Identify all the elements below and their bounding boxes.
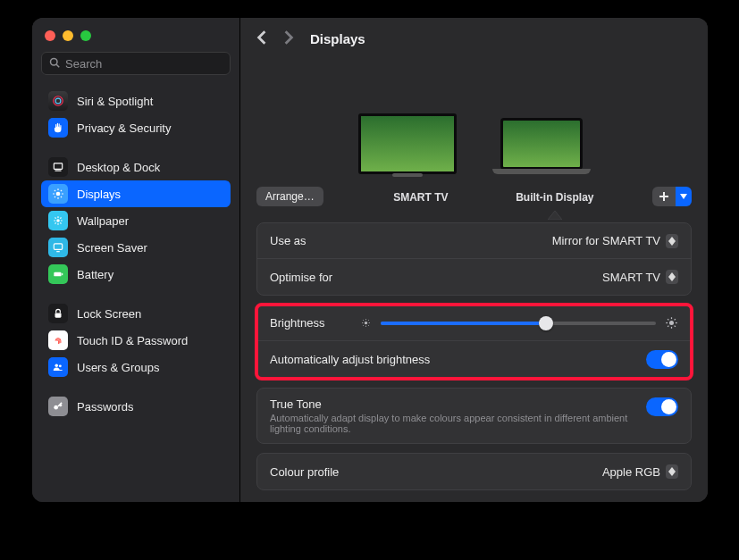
display-builtin[interactable] bbox=[492, 118, 591, 174]
svg-line-32 bbox=[368, 325, 369, 326]
lock-icon bbox=[48, 304, 68, 323]
sidebar-item-label: Screen Saver bbox=[77, 241, 147, 255]
row-use-as: Use as Mirror for SMART TV bbox=[257, 223, 691, 259]
optimise-value: SMART TV bbox=[602, 271, 660, 284]
brightness-low-icon bbox=[360, 317, 372, 329]
svg-point-21 bbox=[55, 364, 59, 368]
monitor-icon bbox=[358, 113, 457, 174]
settings-panel-colour-profile: Colour profile Apple RGB bbox=[256, 453, 692, 490]
colour-profile-value: Apple RGB bbox=[602, 465, 660, 479]
sidebar-item-touch-id-password[interactable]: Touch ID & Password bbox=[41, 327, 231, 354]
svg-line-41 bbox=[675, 326, 676, 327]
sidebar-item-users-groups[interactable]: Users & Groups bbox=[41, 354, 231, 380]
close-window-button[interactable] bbox=[45, 30, 55, 41]
auto-brightness-label: Automatically adjust brightness bbox=[270, 353, 430, 366]
sidebar: Siri & Spotlight Privacy & Security Desk… bbox=[32, 18, 240, 502]
back-button[interactable] bbox=[256, 29, 267, 48]
svg-line-40 bbox=[668, 320, 668, 321]
use-as-select[interactable]: Mirror for SMART TV bbox=[552, 234, 678, 248]
sidebar-item-label: Desktop & Dock bbox=[77, 161, 160, 174]
sidebar-item-siri-spotlight[interactable]: Siri & Spotlight bbox=[41, 88, 231, 114]
battery-icon bbox=[48, 264, 68, 284]
sidebar-item-desktop-dock[interactable]: Desktop & Dock bbox=[41, 154, 231, 180]
add-display-button[interactable] bbox=[652, 187, 676, 206]
zoom-window-button[interactable] bbox=[80, 30, 91, 41]
chevron-updown-icon bbox=[666, 234, 678, 248]
sidebar-list: Siri & Spotlight Privacy & Security Desk… bbox=[41, 88, 231, 502]
display-smart-tv[interactable] bbox=[358, 113, 457, 174]
svg-rect-19 bbox=[62, 273, 63, 275]
display-caption-builtin: Built-in Display bbox=[516, 191, 593, 204]
svg-line-11 bbox=[55, 190, 55, 191]
fingerprint-icon bbox=[48, 330, 68, 350]
truetone-label: True Tone bbox=[270, 397, 645, 411]
svg-line-33 bbox=[364, 325, 365, 326]
sidebar-item-screen-saver[interactable]: Screen Saver bbox=[41, 234, 231, 261]
brightness-slider[interactable] bbox=[381, 322, 656, 325]
use-as-label: Use as bbox=[270, 234, 306, 247]
display-caption-tv: SMART TV bbox=[393, 191, 448, 204]
minimize-window-button[interactable] bbox=[63, 30, 73, 41]
search-input[interactable] bbox=[65, 57, 223, 71]
optimise-label: Optimise for bbox=[270, 271, 332, 284]
svg-rect-18 bbox=[54, 272, 61, 277]
sidebar-item-label: Privacy & Security bbox=[77, 121, 171, 135]
svg-line-14 bbox=[61, 190, 62, 191]
sidebar-item-label: Battery bbox=[77, 268, 113, 281]
arrange-button[interactable]: Arrange… bbox=[256, 187, 323, 206]
sidebar-item-battery[interactable]: Battery bbox=[41, 261, 231, 288]
svg-line-13 bbox=[55, 196, 55, 197]
brightness-icon bbox=[48, 184, 68, 204]
sidebar-item-wallpaper[interactable]: Wallpaper bbox=[41, 207, 231, 234]
sidebar-item-passwords[interactable]: Passwords bbox=[41, 393, 231, 420]
page-title: Displays bbox=[310, 31, 365, 46]
laptop-icon bbox=[492, 118, 591, 174]
row-auto-brightness: Automatically adjust brightness bbox=[257, 341, 691, 378]
svg-line-34 bbox=[368, 321, 369, 322]
colour-profile-label: Colour profile bbox=[270, 465, 339, 479]
row-optimise-for: Optimise for SMART TV bbox=[257, 259, 691, 295]
header: Displays bbox=[240, 18, 708, 60]
row-colour-profile: Colour profile Apple RGB bbox=[257, 454, 691, 489]
sidebar-item-label: Touch ID & Password bbox=[77, 334, 188, 347]
wallpaper-icon bbox=[48, 211, 68, 230]
hand-icon bbox=[48, 118, 68, 138]
svg-point-2 bbox=[54, 96, 63, 106]
optimise-select[interactable]: SMART TV bbox=[602, 270, 678, 284]
svg-point-23 bbox=[54, 405, 58, 410]
sidebar-item-displays[interactable]: Displays bbox=[41, 180, 231, 207]
selected-display-pointer-icon bbox=[548, 209, 562, 218]
nav-arrows bbox=[256, 29, 294, 48]
brightness-label: Brightness bbox=[270, 316, 324, 330]
svg-line-1 bbox=[56, 64, 59, 67]
forward-button[interactable] bbox=[283, 29, 294, 48]
svg-point-3 bbox=[55, 98, 61, 104]
truetone-toggle[interactable] bbox=[646, 397, 678, 416]
sidebar-item-lock-screen[interactable]: Lock Screen bbox=[41, 300, 231, 327]
search-field[interactable] bbox=[41, 52, 231, 75]
svg-line-43 bbox=[675, 320, 676, 321]
svg-rect-4 bbox=[54, 163, 62, 169]
siri-icon bbox=[48, 91, 68, 111]
key-icon bbox=[48, 397, 68, 416]
auto-brightness-toggle[interactable] bbox=[646, 350, 678, 369]
add-display-dropdown[interactable] bbox=[676, 187, 692, 206]
content: Arrange… SMART TV Built-in Display bbox=[240, 60, 708, 502]
sidebar-item-label: Displays bbox=[77, 188, 121, 201]
svg-point-22 bbox=[59, 364, 62, 367]
svg-point-35 bbox=[669, 321, 674, 325]
svg-line-31 bbox=[364, 321, 365, 322]
display-picker bbox=[256, 67, 692, 174]
search-icon bbox=[49, 57, 60, 71]
dock-icon bbox=[48, 157, 68, 177]
svg-point-15 bbox=[56, 219, 60, 222]
main-pane: Displays Arrange… SMART TV bbox=[240, 18, 708, 502]
row-brightness: Brightness bbox=[257, 305, 691, 341]
system-settings-window: Siri & Spotlight Privacy & Security Desk… bbox=[32, 18, 708, 502]
colour-profile-select[interactable]: Apple RGB bbox=[602, 464, 678, 479]
sidebar-item-privacy-security[interactable]: Privacy & Security bbox=[41, 114, 231, 141]
arrange-label: Arrange… bbox=[265, 190, 315, 203]
sidebar-item-label: Users & Groups bbox=[77, 361, 159, 374]
sidebar-item-label: Siri & Spotlight bbox=[77, 95, 153, 108]
sidebar-item-label: Wallpaper bbox=[77, 214, 129, 228]
